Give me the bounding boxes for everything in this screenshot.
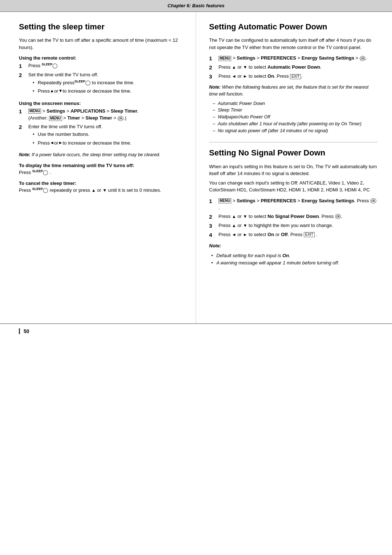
menu-icon-ns-1: MENU <box>219 198 231 203</box>
chapter-header-text: Chapter 6: Basic features <box>168 3 225 8</box>
onscreen-steps-list: 1 MENU > Settings > APPLICATIONS > Sleep… <box>19 108 184 148</box>
ns-note-bullet-2: A warning message will appear 1 minute b… <box>211 259 377 267</box>
onscreen-bullet-1: Use the number buttons. <box>33 131 184 138</box>
note-item-5: No signal auto power off (after 14 minut… <box>213 127 377 134</box>
auto-step-2: 2 Press ▲ or ▼ to select Automatic Power… <box>209 64 377 71</box>
onscreen-bullets: Use the number buttons. Press ◄ or ► to … <box>33 131 184 146</box>
left-column: Setting the sleep timer You can set the … <box>0 12 196 323</box>
remote-step-2: 2 Set the time until the TV turns off. R… <box>19 71 184 96</box>
ok-icon-ns-1: ok <box>370 198 376 203</box>
auto-power-note-list: Automatic Power Down Sleep Timer Wallpap… <box>213 100 377 134</box>
page-wrapper: Chapter 6: Basic features Setting the sl… <box>0 0 392 555</box>
onscreen-step-1: 1 MENU > Settings > APPLICATIONS > Sleep… <box>19 108 184 122</box>
remote-steps-list: 1 Press SLEEP◯ 2 Set the time until the … <box>19 62 184 96</box>
onscreen-label: Using the onscreen menus: <box>19 101 184 106</box>
sleep-superscript: SLEEP <box>42 62 53 66</box>
ok-icon-auto-1: ok <box>360 56 366 61</box>
no-signal-title: Setting No Signal Power Down <box>209 148 377 158</box>
content-area: Setting the sleep timer You can set the … <box>0 11 392 323</box>
cancel-label: To cancel the sleep timer: Press SLEEP◯ … <box>19 180 184 194</box>
auto-step-1: 1 MENU > Settings > PREFERENCES > Energy… <box>209 54 377 62</box>
chapter-header: Chapter 6: Basic features <box>0 0 392 11</box>
page-number: 50 <box>19 328 29 334</box>
onscreen-bullet-2: Press ◄ or ► to increase or decrease the… <box>33 139 184 147</box>
footer-spacer <box>19 197 184 313</box>
remote-bullets: Repeatedly press SLEEP◯ to increase the … <box>33 79 184 95</box>
ok-icon-1: ok <box>118 116 124 121</box>
menu-icon-auto-1: MENU <box>219 56 231 61</box>
auto-power-note: Note: When the following features are se… <box>209 84 377 97</box>
footer-left: 50 <box>0 324 196 339</box>
section-divider <box>209 142 377 142</box>
note-item-4: Auto shutdown after 1 hour of inactivity… <box>213 121 377 127</box>
onscreen-step-2: 2 Enter the time until the TV turns off.… <box>19 123 184 148</box>
remote-bullet-2: Press ▲ or ▼ to increase or decrease the… <box>33 88 184 95</box>
note-item-3: Wallpaper/Auto Power Off <box>213 114 377 121</box>
no-signal-intro1: When an input's setting in this feature … <box>209 163 377 177</box>
no-signal-step-3: 3 Press ▲ or ▼ to highlight the item you… <box>209 222 377 230</box>
menu-icon-1: MENU <box>28 109 41 114</box>
remote-label: Using the remote control: <box>19 55 184 61</box>
auto-power-intro: The TV can be configured to automaticall… <box>209 37 377 51</box>
remote-bullet-1: Repeatedly press SLEEP◯ to increase the … <box>33 79 184 86</box>
no-signal-intro2: You can change each input's setting to O… <box>209 179 377 194</box>
exit-icon-1: EXIT <box>290 74 301 79</box>
no-signal-steps: 1 MENU > Settings > PREFERENCES > Energy… <box>209 197 377 239</box>
right-column: Setting Automatic Power Down The TV can … <box>196 12 392 323</box>
auto-power-title: Setting Automatic Power Down <box>209 22 377 32</box>
italic-note: Note: If a power failure occurs, the sle… <box>19 151 184 158</box>
display-label: To display the time remaining until the … <box>19 162 184 176</box>
no-signal-step-1: 1 MENU > Settings > PREFERENCES > Energy… <box>209 197 377 211</box>
ok-icon-ns-2: ok <box>335 214 341 219</box>
auto-step-3: 3 Press ◄ or ► to select On. Press EXIT. <box>209 73 377 80</box>
auto-power-steps: 1 MENU > Settings > PREFERENCES > Energy… <box>209 54 377 80</box>
sleep-timer-title: Setting the sleep timer <box>19 22 184 32</box>
no-signal-note-label: Note: <box>209 242 377 250</box>
remote-step-1: 1 Press SLEEP◯ <box>19 62 184 70</box>
menu-icon-2: MENU <box>49 116 62 121</box>
note-item-1: Automatic Power Down <box>213 100 377 107</box>
remote-icon-1: ◯ <box>52 63 58 69</box>
exit-icon-ns: EXIT <box>304 232 315 237</box>
note-item-2: Sleep Timer <box>213 107 377 114</box>
ns-note-bullet-1: Default setting for each input is On. <box>211 252 377 259</box>
no-signal-step-2: 2 Press ▲ or ▼ to select No Signal Power… <box>209 213 377 220</box>
no-signal-note-bullets: Default setting for each input is On. A … <box>211 252 377 266</box>
no-signal-step-4: 4 Press ◄ or ► to select On or Off. Pres… <box>209 231 377 239</box>
sleep-timer-intro: You can set the TV to turn off after a s… <box>19 37 184 51</box>
